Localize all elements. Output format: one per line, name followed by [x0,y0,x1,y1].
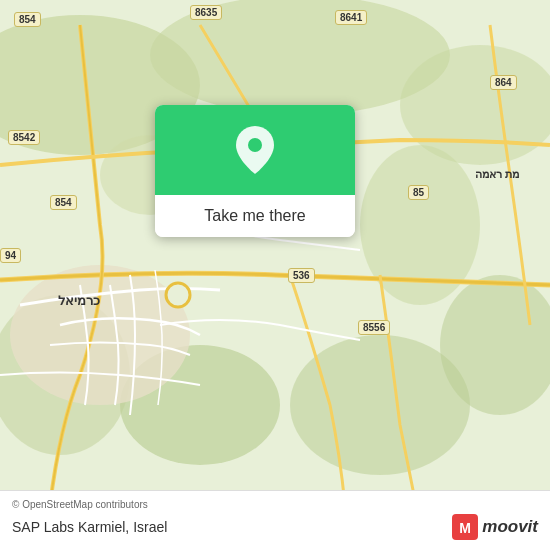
take-me-there-label: Take me there [204,207,305,224]
location-pin-icon [236,126,274,174]
attribution-text: © OpenStreetMap contributors [12,499,538,510]
road-badge-864: 864 [490,75,517,90]
road-badge-8542: 8542 [8,130,40,145]
popup-header [155,105,355,195]
road-badge-854b: 854 [50,195,77,210]
popup-card[interactable]: Take me there [155,105,355,237]
road-badge-8556: 8556 [358,320,390,335]
location-info: SAP Labs Karmiel, Israel M moovit [12,514,538,540]
road-badge-8635: 8635 [190,5,222,20]
svg-text:M: M [459,520,471,536]
moovit-text: moovit [482,517,538,537]
svg-point-11 [166,283,190,307]
road-badge-85: 85 [408,185,429,200]
road-badge-854a: 854 [14,12,41,27]
matar-label: מת ראמה [475,168,519,181]
map-container: 854 8635 8641 864 8542 854 85 8556 536 9… [0,0,550,550]
road-badge-94: 94 [0,248,21,263]
karmiel-label: כרמיאל [58,293,100,308]
road-badge-536: 536 [288,268,315,283]
map-background [0,0,550,550]
moovit-logo: M moovit [452,514,538,540]
moovit-icon: M [452,514,478,540]
svg-point-12 [248,138,262,152]
bottom-bar: © OpenStreetMap contributors SAP Labs Ka… [0,490,550,550]
road-badge-8641: 8641 [335,10,367,25]
location-name: SAP Labs Karmiel, Israel [12,519,167,535]
popup-button[interactable]: Take me there [155,195,355,237]
